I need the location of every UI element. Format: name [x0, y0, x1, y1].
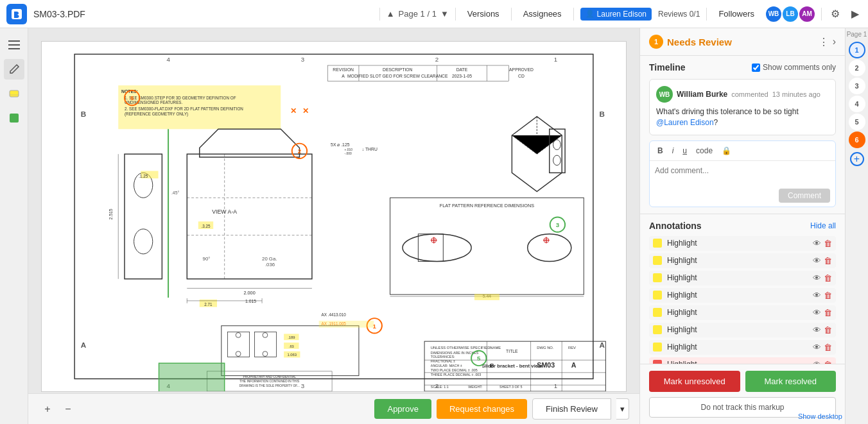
svg-text:2023-1-05: 2023-1-05 [452, 74, 472, 78]
highlight-tool-icon[interactable] [4, 83, 24, 104]
svg-text:.45°: .45° [171, 191, 179, 195]
svg-text:UNLESS OTHERWISE SPECIFIED:: UNLESS OTHERWISE SPECIFIED: [431, 346, 492, 350]
page-thumb-5[interactable]: 5 [849, 114, 865, 130]
anno-label-1: Highlight [667, 239, 808, 248]
show-comments-checkbox[interactable] [752, 64, 760, 72]
svg-text:5: 5 [477, 355, 481, 362]
user-badge[interactable]: 👤 Lauren Edison [580, 8, 652, 21]
page-thumb-3[interactable]: 3 [849, 78, 865, 94]
review-more-btn[interactable]: ⋮ [819, 36, 829, 48]
svg-text:REV: REV [568, 346, 576, 350]
canvas-area[interactable]: TITLE Slider bracket - bent view UNLESS … [28, 28, 639, 424]
anno-eye-btn-7[interactable]: 👁 [813, 343, 821, 352]
versions-btn[interactable]: Versions [462, 6, 505, 21]
collapse-panel-icon[interactable]: ▶ [849, 5, 862, 22]
shape-tool-icon[interactable] [4, 108, 24, 128]
anno-eye-btn-1[interactable]: 👁 [813, 239, 821, 248]
settings-gear-icon[interactable]: ⚙ [828, 5, 842, 22]
zoom-in-btn[interactable]: + [39, 400, 56, 418]
add-page-btn[interactable]: + [850, 152, 864, 166]
avatar-group: WB LB AM [766, 6, 815, 22]
bold-btn[interactable]: B [655, 145, 666, 157]
annotation-row-1: Highlight 👁 🗑 [649, 236, 836, 251]
page-indicator: Page 1 / 1 [399, 9, 437, 19]
anno-delete-btn-5[interactable]: 🗑 [824, 308, 832, 318]
finish-review-btn[interactable]: Finish Review [532, 398, 611, 420]
page-thumb-4[interactable]: 4 [849, 96, 865, 112]
request-changes-btn[interactable]: Request changes [437, 399, 527, 419]
page-thumb-6[interactable]: 6 [849, 131, 865, 148]
annotation-row-7: Highlight 👁 🗑 [649, 340, 836, 355]
page-next-btn[interactable]: ▼ [440, 9, 449, 19]
italic-btn[interactable]: i [670, 145, 677, 157]
anno-eye-btn-2[interactable]: 👁 [813, 256, 821, 266]
annotation-row-3: Highlight 👁 🗑 [649, 271, 836, 285]
page-navigation[interactable]: ▲ Page 1 / 1 ▼ [386, 9, 449, 19]
anno-eye-btn-3[interactable]: 👁 [813, 273, 821, 283]
comment-submit-btn[interactable]: Comment [779, 189, 830, 203]
underline-btn[interactable]: u [680, 145, 690, 157]
svg-text:2.  SEE SM0300-FLAT.DXF FOR 2D: 2. SEE SM0300-FLAT.DXF FOR 2D FLAT PATTE… [125, 106, 243, 111]
bottom-bar: + − Approve Request changes Finish Revie… [28, 393, 639, 424]
show-comments-toggle[interactable]: Show comments only [752, 63, 836, 72]
comment-input-area: B i u code 🔒 Comment [649, 140, 836, 207]
anno-delete-btn-1[interactable]: 🗑 [824, 239, 832, 248]
lock-icon-btn[interactable]: 🔒 [719, 145, 734, 157]
pdf-view: TITLE Slider bracket - bent view UNLESS … [41, 41, 627, 392]
svg-text:WEIGHT:: WEIGHT: [468, 385, 482, 389]
zoom-controls: + − [39, 400, 77, 418]
divider-6 [821, 8, 822, 21]
hide-all-btn[interactable]: Hide all [810, 221, 836, 230]
comment-input-field[interactable] [650, 161, 835, 184]
approve-btn[interactable]: Approve [374, 399, 431, 419]
hamburger-menu-icon[interactable] [4, 35, 24, 55]
mark-resolved-btn[interactable]: Mark resolved [745, 371, 837, 392]
svg-text:B: B [81, 110, 86, 118]
comment-header: WB William Burke commented 13 minutes ag… [656, 86, 829, 103]
review-expand-btn[interactable]: › [833, 36, 836, 48]
page-prev-btn[interactable]: ▲ [386, 9, 395, 19]
pen-tool-icon[interactable] [4, 59, 24, 80]
zoom-out-btn[interactable]: − [59, 400, 77, 418]
svg-text:↓ THRU: ↓ THRU [362, 147, 378, 151]
svg-text:5X ⌀ .125: 5X ⌀ .125 [331, 142, 350, 147]
svg-text:DATE: DATE [456, 67, 468, 72]
svg-text:2: 2 [298, 148, 302, 155]
comment-avatar: WB [656, 86, 673, 103]
review-header: 1 Needs Review ⋮ › [640, 28, 845, 56]
followers-btn[interactable]: Followers [713, 6, 759, 21]
filename: SM03-3.PDF [33, 9, 373, 19]
topbar: SM03-3.PDF ▲ Page 1 / 1 ▼ Versions Assig… [0, 0, 868, 28]
anno-delete-btn-6[interactable]: 🗑 [824, 325, 832, 335]
annotation-row-6: Highlight 👁 🗑 [649, 323, 836, 337]
page-thumb-1[interactable]: 1 [849, 42, 865, 58]
svg-text:-.000: -.000 [345, 152, 352, 155]
anno-label-2: Highlight [667, 256, 808, 265]
mark-unresolved-btn[interactable]: Mark unresolved [649, 371, 740, 392]
show-desktop-btn[interactable]: Show desktop [798, 412, 842, 420]
divider-4 [573, 8, 574, 21]
svg-text:(REFERENCE GEOMETRY ONLY): (REFERENCE GEOMETRY ONLY) [125, 112, 188, 117]
comment-mention[interactable]: @Lauren Edison [656, 118, 714, 127]
anno-actions-5: 👁 🗑 [813, 308, 832, 318]
svg-text:THREE PLACE DECIMAL ± .003: THREE PLACE DECIMAL ± .003 [431, 373, 481, 377]
anno-eye-btn-4[interactable]: 👁 [813, 291, 821, 300]
svg-rect-141 [159, 363, 225, 391]
anno-delete-btn-4[interactable]: 🗑 [824, 291, 832, 300]
finish-review-dropdown-btn[interactable]: ▾ [616, 398, 629, 420]
anno-delete-btn-3[interactable]: 🗑 [824, 273, 832, 283]
assignees-btn[interactable]: Assignees [518, 6, 567, 21]
svg-text:1: 1 [554, 56, 557, 63]
svg-text:A: A [571, 361, 577, 369]
code-btn[interactable]: code [693, 145, 715, 157]
svg-text:A: A [81, 341, 87, 349]
svg-text:2: 2 [435, 382, 438, 389]
anno-delete-btn-7[interactable]: 🗑 [824, 343, 832, 352]
divider-2 [455, 8, 456, 21]
anno-eye-btn-6[interactable]: 👁 [813, 325, 821, 335]
page-thumb-2[interactable]: 2 [849, 60, 865, 76]
anno-delete-btn-2[interactable]: 🗑 [824, 256, 832, 266]
anno-eye-btn-5[interactable]: 👁 [813, 308, 821, 318]
svg-text:✕: ✕ [290, 106, 297, 115]
svg-rect-2 [8, 44, 20, 46]
